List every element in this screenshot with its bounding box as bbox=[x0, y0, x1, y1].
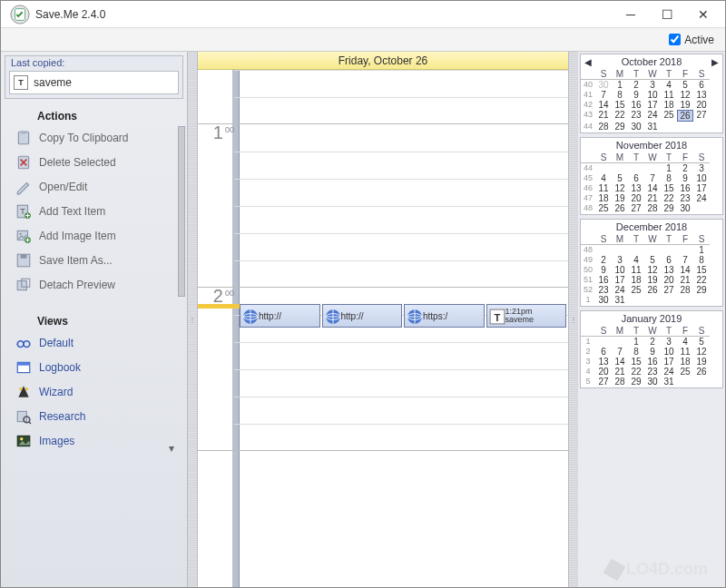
active-checkbox-input[interactable] bbox=[669, 34, 681, 45]
calendar-day[interactable] bbox=[628, 245, 644, 255]
calendar-day[interactable]: 27 bbox=[595, 377, 612, 387]
calendar-day[interactable] bbox=[677, 245, 693, 255]
calendar-day[interactable] bbox=[661, 245, 677, 255]
calendar-day[interactable]: 13 bbox=[661, 265, 677, 275]
calendar-day[interactable]: 11 bbox=[595, 183, 612, 193]
calendar-day[interactable] bbox=[693, 122, 710, 132]
calendar-day[interactable]: 30 bbox=[644, 377, 661, 387]
calendar-day[interactable]: 3 bbox=[661, 337, 677, 347]
calendar-day[interactable]: 6 bbox=[595, 347, 612, 357]
calendar-day[interactable]: 5 bbox=[612, 173, 628, 183]
calendar-day[interactable]: 26 bbox=[677, 110, 693, 122]
calendar-day[interactable]: 24 bbox=[661, 367, 677, 377]
calendar-day[interactable]: 17 bbox=[693, 183, 710, 193]
calendar-day[interactable]: 4 bbox=[595, 173, 612, 183]
calendar-day[interactable]: 23 bbox=[677, 193, 693, 203]
sidebar-expand-icon[interactable]: ▾ bbox=[165, 442, 178, 455]
calendar-day[interactable]: 31 bbox=[661, 377, 677, 387]
calendar-day[interactable]: 7 bbox=[612, 347, 628, 357]
calendar-day[interactable]: 14 bbox=[677, 265, 693, 275]
calendar-day[interactable]: 29 bbox=[661, 203, 677, 213]
calendar-day[interactable]: 5 bbox=[693, 337, 710, 347]
calendar-day[interactable] bbox=[693, 203, 710, 213]
calendar-day[interactable]: 8 bbox=[693, 255, 710, 265]
calendar-day[interactable]: 15 bbox=[661, 183, 677, 193]
calendar-day[interactable]: 29 bbox=[612, 122, 628, 132]
calendar-day[interactable]: 15 bbox=[612, 100, 628, 110]
calendar-day[interactable]: 18 bbox=[661, 100, 677, 110]
action-detach[interactable]: Detach Preview bbox=[8, 273, 180, 297]
calendar-day[interactable]: 13 bbox=[693, 90, 710, 100]
calendar-day[interactable]: 30 bbox=[677, 203, 693, 213]
calendar-day[interactable]: 3 bbox=[693, 163, 710, 173]
calendar-day[interactable]: 22 bbox=[661, 193, 677, 203]
calendar-day[interactable]: 15 bbox=[693, 265, 710, 275]
action-delete[interactable]: Delete Selected bbox=[8, 151, 180, 174]
calendar-day[interactable]: 25 bbox=[661, 110, 677, 122]
calendar-day[interactable]: 10 bbox=[693, 173, 710, 183]
view-research[interactable]: Research bbox=[8, 405, 180, 428]
calendar-day[interactable]: 8 bbox=[661, 173, 677, 183]
calendar-day[interactable]: 3 bbox=[612, 255, 628, 265]
calendar-day[interactable]: 14 bbox=[595, 100, 612, 110]
action-clipboard[interactable]: Copy To Clipboard bbox=[8, 126, 180, 150]
calendar-day[interactable]: 19 bbox=[644, 275, 661, 285]
calendar-day[interactable]: 14 bbox=[644, 183, 661, 193]
calendar-day[interactable]: 13 bbox=[628, 183, 644, 193]
close-button[interactable]: ✕ bbox=[685, 2, 721, 27]
calendar-day[interactable]: 6 bbox=[693, 80, 710, 90]
action-save-as[interactable]: Save Item As... bbox=[8, 249, 180, 272]
calendar-day[interactable] bbox=[628, 163, 644, 173]
prev-month-icon[interactable]: ◀ bbox=[584, 57, 592, 67]
calendar-day[interactable] bbox=[661, 295, 677, 305]
calendar-day[interactable] bbox=[612, 245, 628, 255]
calendar-day[interactable]: 10 bbox=[612, 265, 628, 275]
calendar-day[interactable]: 22 bbox=[693, 275, 710, 285]
view-wizard[interactable]: Wizard bbox=[8, 380, 180, 404]
calendar-day[interactable]: 2 bbox=[644, 337, 661, 347]
calendar-day[interactable]: 1 bbox=[612, 80, 628, 90]
calendar-day[interactable]: 18 bbox=[595, 193, 612, 203]
calendar-day[interactable]: 29 bbox=[628, 377, 644, 387]
calendar-day[interactable]: 27 bbox=[693, 110, 710, 122]
calendar-day[interactable] bbox=[595, 163, 612, 173]
view-logbook[interactable]: Logbook bbox=[8, 356, 180, 379]
calendar-day[interactable]: 14 bbox=[612, 357, 628, 367]
calendar-day[interactable]: 13 bbox=[595, 357, 612, 367]
calendar-day[interactable]: 9 bbox=[677, 173, 693, 183]
calendar-day[interactable]: 6 bbox=[661, 255, 677, 265]
calendar-day[interactable]: 20 bbox=[661, 275, 677, 285]
calendar-day[interactable]: 22 bbox=[612, 110, 628, 122]
calendar-day[interactable]: 9 bbox=[644, 347, 661, 357]
calendar-day[interactable]: 19 bbox=[693, 357, 710, 367]
calendar-day[interactable]: 9 bbox=[628, 90, 644, 100]
action-edit[interactable]: Open/Edit bbox=[8, 175, 180, 199]
calendar-day[interactable]: 12 bbox=[612, 183, 628, 193]
calendar-day[interactable]: 28 bbox=[612, 377, 628, 387]
calendar-day[interactable]: 24 bbox=[644, 110, 661, 122]
calendar-day[interactable]: 18 bbox=[628, 275, 644, 285]
calendar-day[interactable]: 16 bbox=[677, 183, 693, 193]
calendar-day[interactable] bbox=[644, 245, 661, 255]
calendar-day[interactable]: 27 bbox=[628, 203, 644, 213]
calendar-day[interactable]: 22 bbox=[628, 367, 644, 377]
view-images[interactable]: Images bbox=[8, 429, 180, 453]
calendar-day[interactable]: 15 bbox=[628, 357, 644, 367]
calendar-day[interactable]: 29 bbox=[693, 285, 710, 295]
calendar-day[interactable]: 20 bbox=[628, 193, 644, 203]
calendar-day[interactable]: 26 bbox=[644, 285, 661, 295]
timeline-event[interactable]: https:/ bbox=[404, 304, 485, 328]
calendar-day[interactable]: 31 bbox=[644, 122, 661, 132]
calendar-day[interactable]: 25 bbox=[595, 203, 612, 213]
hour-row[interactable] bbox=[198, 70, 568, 124]
timeline-event[interactable]: T1:21pmsaveme bbox=[486, 304, 567, 328]
calendar-day[interactable] bbox=[612, 163, 628, 173]
calendar-day[interactable]: 11 bbox=[628, 265, 644, 275]
calendar-day[interactable] bbox=[693, 295, 710, 305]
calendar-day[interactable]: 16 bbox=[628, 100, 644, 110]
calendar-day[interactable]: 12 bbox=[644, 265, 661, 275]
calendar-day[interactable]: 19 bbox=[612, 193, 628, 203]
calendar-day[interactable]: 20 bbox=[595, 367, 612, 377]
calendar-day[interactable]: 1 bbox=[693, 245, 710, 255]
maximize-button[interactable]: ☐ bbox=[649, 2, 685, 27]
